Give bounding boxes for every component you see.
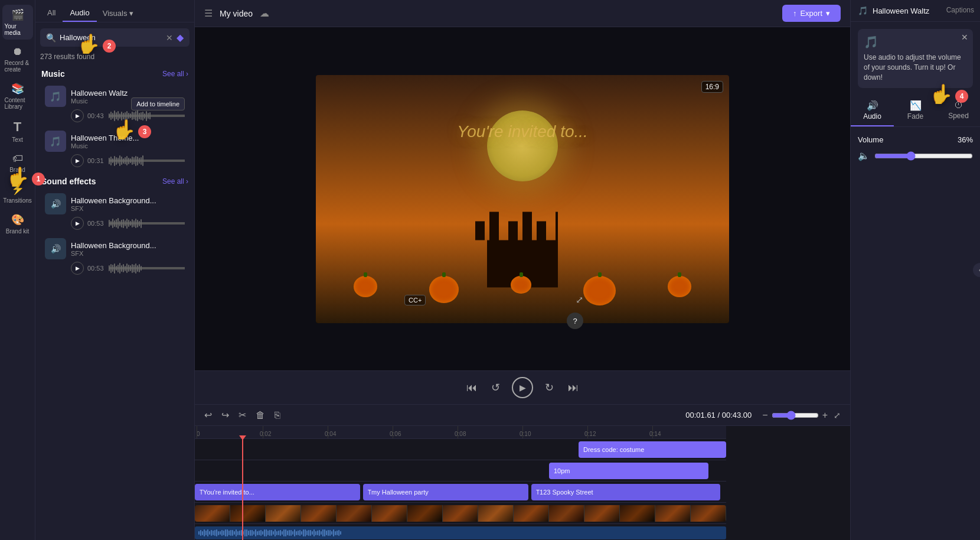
- ruler-mark-14: 0:14: [649, 431, 661, 437]
- tip-close-button[interactable]: ✕: [961, 32, 968, 42]
- music-see-all[interactable]: See all ›: [162, 70, 188, 78]
- clip-10pm[interactable]: 10pm: [549, 463, 708, 479]
- zoom-in-button[interactable]: +: [822, 410, 828, 421]
- music-item-theme[interactable]: 🎵 Halloween Theme... Music ▶ 00:31: [39, 127, 191, 171]
- video-frame-13: [620, 505, 655, 522]
- sidebar-label-content: Content Library: [5, 97, 31, 110]
- play-button-sfx-1[interactable]: ▶: [71, 217, 84, 230]
- hamburger-icon[interactable]: ☰: [204, 8, 213, 19]
- redo-button[interactable]: ↪: [219, 408, 231, 422]
- music-info-theme: Halloween Theme... Music: [71, 134, 185, 149]
- skip-forward-button[interactable]: ⏭: [566, 379, 581, 396]
- sidebar-item-brand[interactable]: 🏷 Brand: [2, 149, 33, 177]
- clip-dress-code[interactable]: Dress code: costume: [579, 441, 726, 458]
- play-button-waltz[interactable]: ▶: [71, 109, 84, 122]
- sfx-icon-1: 🔊: [45, 193, 66, 214]
- cloud-sync-icon[interactable]: ☁: [260, 8, 269, 19]
- waveform-waltz: [109, 110, 185, 122]
- duplicate-button[interactable]: ⎘: [272, 409, 283, 422]
- clip-text-spooky: 123 Spooky Street: [540, 489, 593, 496]
- play-button-sfx-2[interactable]: ▶: [71, 262, 84, 275]
- captions-panel-label[interactable]: Captions: [940, 0, 980, 20]
- sidebar-label-record: Record & create: [5, 60, 31, 73]
- sidebar-item-your-media[interactable]: 🎬 Your media: [2, 5, 33, 40]
- sidebar-item-transitions[interactable]: ⚡ Transitions: [2, 179, 33, 207]
- sfx-item-2[interactable]: 🔊 Halloween Background... SFX ▶ 00:53: [39, 235, 191, 278]
- results-count: 273 results found: [35, 53, 194, 64]
- waveform-bars-sfx-1: [109, 217, 185, 229]
- right-panel: 🎵 Halloween Waltz ✕ 🎵 Use audio to adjus…: [850, 0, 980, 540]
- timeline-time: 00:01.61 / 00:43.00: [685, 411, 752, 419]
- tab-visuals[interactable]: Visuals ▾: [97, 5, 140, 22]
- track-video-items: [195, 503, 726, 523]
- sfx-type-2: SFX: [71, 250, 185, 257]
- sidebar-item-content[interactable]: 📚 Content Library: [2, 79, 33, 113]
- fullscreen-button[interactable]: ⤢: [576, 294, 583, 305]
- speed-tab-icon: ⏱: [954, 100, 963, 110]
- timeline-toolbar: ↩ ↪ ✂ 🗑 ⎘ 00:01.61 / 00:43.00 − + ⤢: [195, 405, 850, 426]
- fit-timeline-button[interactable]: ⤢: [831, 409, 843, 421]
- cut-button[interactable]: ✂: [236, 408, 249, 422]
- brand-kit-icon: 🎨: [11, 213, 24, 226]
- media-icon: 🎬: [11, 8, 24, 21]
- playhead[interactable]: [242, 439, 243, 540]
- sidebar-item-text[interactable]: T Text: [2, 116, 33, 147]
- project-title[interactable]: My video: [220, 9, 253, 18]
- export-button[interactable]: ↑ Export ▾: [782, 5, 841, 22]
- video-frame-1: [195, 505, 230, 522]
- video-frames[interactable]: [195, 505, 726, 522]
- track-upper-text: Dress code: costume: [195, 439, 726, 460]
- video-frame-11: [549, 505, 584, 522]
- volume-label: Volume: [858, 135, 883, 144]
- clip-label-10pm: 10pm: [554, 467, 570, 474]
- tab-fade[interactable]: 📉 Fade: [894, 95, 937, 126]
- clip-invited[interactable]: T You're invited to...: [195, 484, 360, 500]
- play-pause-button[interactable]: ▶: [512, 377, 533, 398]
- delete-button[interactable]: 🗑: [253, 409, 267, 422]
- volume-slider[interactable]: [874, 151, 973, 161]
- zoom-out-button[interactable]: −: [762, 410, 767, 421]
- duration-theme: 00:31: [87, 157, 105, 164]
- video-frame-12: [584, 505, 620, 522]
- sfx-item-1-header: 🔊 Halloween Background... SFX: [45, 193, 185, 214]
- waveform-sfx-1: [109, 217, 185, 229]
- current-audio-name: Halloween Waltz: [873, 6, 929, 15]
- sfx-item-2-header: 🔊 Halloween Background... SFX: [45, 238, 185, 259]
- help-button[interactable]: ?: [567, 313, 583, 329]
- search-input[interactable]: [60, 33, 162, 42]
- track-upper-text-items: Dress code: costume: [195, 439, 726, 460]
- skip-back-button[interactable]: ⏮: [464, 379, 479, 396]
- sfx-item-1[interactable]: 🔊 Halloween Background... SFX ▶ 00:53: [39, 190, 191, 233]
- music-icon-waltz: 🎵: [45, 86, 66, 107]
- rewind-button[interactable]: ↺: [489, 379, 502, 396]
- topbar: ☰ My video ☁ ↑ Export ▾: [195, 0, 850, 27]
- tab-audio[interactable]: Audio: [63, 5, 96, 22]
- sfx-see-all[interactable]: See all ›: [162, 177, 188, 186]
- export-icon: ↑: [793, 9, 797, 18]
- play-button-theme[interactable]: ▶: [71, 154, 84, 167]
- tab-speed[interactable]: ⏱ Speed: [937, 95, 980, 126]
- tip-text: Use audio to adjust the volume of your s…: [864, 53, 967, 82]
- audio-clip[interactable]: [195, 526, 726, 539]
- add-to-timeline-button[interactable]: Add to timeline: [131, 97, 185, 110]
- tab-audio-right[interactable]: 🔊 Audio: [851, 95, 894, 126]
- audio-note-icon: 🎵: [858, 6, 868, 15]
- sidebar-item-brand-kit[interactable]: 🎨 Brand kit: [2, 210, 33, 238]
- zoom-controls: − + ⤢: [762, 409, 843, 421]
- fade-tab-label: Fade: [907, 112, 923, 121]
- sfx-info-1: Halloween Background... SFX: [71, 196, 185, 212]
- clip-123-spooky[interactable]: T 123 Spooky Street: [531, 484, 720, 500]
- clip-halloween-party[interactable]: T my Halloween party: [363, 484, 528, 500]
- video-frame-7: [407, 505, 443, 522]
- track-audio-items: [195, 524, 726, 540]
- zoom-slider[interactable]: [772, 411, 819, 420]
- fast-forward-button[interactable]: ↻: [543, 379, 556, 396]
- brand-icon: 🏷: [12, 152, 23, 165]
- tab-all[interactable]: All: [40, 5, 63, 22]
- clear-search-icon[interactable]: ✕: [166, 33, 173, 43]
- music-name-waltz: Halloween Waltz: [71, 89, 185, 97]
- undo-button[interactable]: ↩: [202, 408, 214, 422]
- sidebar-item-record[interactable]: ⏺ Record & create: [2, 42, 33, 76]
- music-item-waltz[interactable]: 🎵 Halloween Waltz Music ▶ 00:43: [39, 82, 191, 126]
- captions-button[interactable]: CC+: [404, 295, 426, 305]
